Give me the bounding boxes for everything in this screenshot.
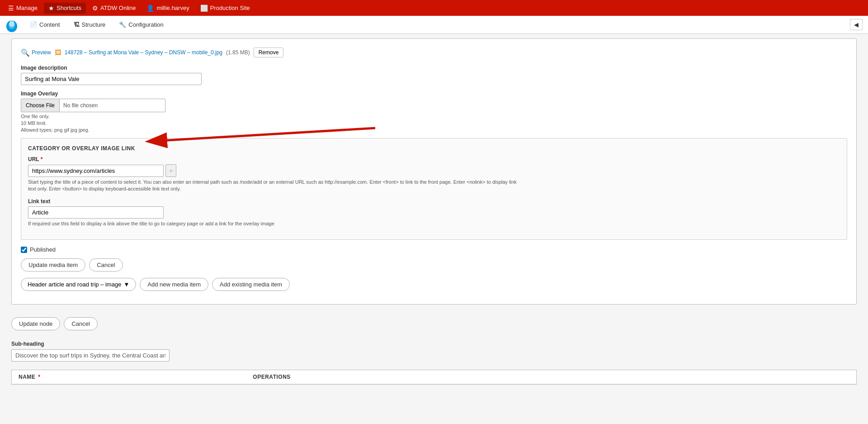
no-file-text: No file chosen xyxy=(60,100,101,111)
image-description-label: Image description xyxy=(21,65,847,71)
url-autocomplete-btn[interactable]: ○ xyxy=(165,164,176,177)
production-menu-item[interactable]: ⬜ Production Site xyxy=(196,3,255,14)
gear-icon: ⚙ xyxy=(92,5,98,12)
content-label: Content xyxy=(39,21,60,28)
url-field-group: URL * ○ Start typing the title of a piec… xyxy=(28,156,840,193)
url-required-star: * xyxy=(41,156,43,162)
add-existing-media-button[interactable]: Add existing media item xyxy=(212,278,290,291)
user-icon: 👤 xyxy=(146,5,154,12)
user-label: millie.harvey xyxy=(156,5,189,11)
file-hint-1: One file only. xyxy=(21,114,847,119)
atdw-menu-item[interactable]: ⚙ ATDW Online xyxy=(88,3,141,14)
sidebar-toggle[interactable]: ◀ xyxy=(850,19,863,30)
subheading-section: Sub-heading xyxy=(0,336,868,366)
author-header: NAME * OPERATIONS xyxy=(12,370,856,384)
link-text-input[interactable] xyxy=(28,206,164,219)
production-label: Production Site xyxy=(210,5,250,11)
image-overlay-group: Image Overlay Choose File No file chosen… xyxy=(21,91,847,133)
outer-form-box: 🔍 Preview 🖼 148728 – Surfing at Mona Val… xyxy=(11,38,857,305)
configuration-icon: 🔧 xyxy=(119,21,126,28)
file-hint-3: Allowed types: png gif jpg jpeg. xyxy=(21,127,847,133)
header-article-dropdown[interactable]: Header article and road trip – image ▼ xyxy=(21,278,136,291)
configuration-label: Configuration xyxy=(128,21,163,28)
file-link[interactable]: 148728 – Surfing at Mona Vale – Sydney –… xyxy=(65,49,222,56)
media-selector-row: Header article and road trip – image ▼ A… xyxy=(21,278,847,291)
image-overlay-label: Image Overlay xyxy=(21,91,847,97)
url-input[interactable] xyxy=(28,165,164,177)
url-row: ○ xyxy=(28,164,840,177)
media-action-buttons: Update media item Cancel xyxy=(21,258,847,272)
link-text-group: Link text If required use this field to … xyxy=(28,198,840,227)
manage-label: Manage xyxy=(16,5,38,11)
url-hint: Start typing the title of a piece of con… xyxy=(28,179,525,193)
cancel-node-button[interactable]: Cancel xyxy=(64,317,97,330)
update-node-button[interactable]: Update node xyxy=(11,317,60,330)
topbar: ☰ Manage ★ Shortcuts ⚙ ATDW Online 👤 mil… xyxy=(0,0,868,16)
configuration-nav-item[interactable]: 🔧 Configuration xyxy=(113,18,170,32)
sidebar-toggle-icon: ◀ xyxy=(854,21,859,28)
author-section: NAME * OPERATIONS xyxy=(11,370,857,385)
image-description-input[interactable] xyxy=(21,73,202,85)
drupal-logo xyxy=(5,17,18,33)
shortcuts-menu-item[interactable]: ★ Shortcuts xyxy=(44,3,86,14)
link-text-label: Link text xyxy=(28,198,840,205)
header-article-label: Header article and road trip – image xyxy=(28,281,121,288)
manage-menu-item[interactable]: ☰ Manage xyxy=(4,3,42,14)
published-row: Published xyxy=(21,246,847,253)
file-name: 148728 – Surfing at Mona Vale – Sydney –… xyxy=(65,49,222,56)
preview-label: Preview xyxy=(32,49,51,56)
dropdown-chevron-icon: ▼ xyxy=(123,281,129,288)
content-icon: 📄 xyxy=(30,21,37,28)
published-label: Published xyxy=(30,246,56,253)
shortcuts-label: Shortcuts xyxy=(57,5,81,11)
update-media-button[interactable]: Update media item xyxy=(21,258,85,272)
content-nav-item[interactable]: 📄 Content xyxy=(24,18,66,32)
link-text-hint: If required use this field to display a … xyxy=(28,220,525,227)
node-action-row: Update node Cancel xyxy=(0,309,868,336)
magnifier-icon: 🔍 xyxy=(21,48,30,57)
structure-icon: 🏗 xyxy=(74,21,80,28)
add-new-media-button[interactable]: Add new media item xyxy=(140,278,208,291)
structure-nav-item[interactable]: 🏗 Structure xyxy=(67,18,112,32)
secondbar: 📄 Content 🏗 Structure 🔧 Configuration ◀ xyxy=(0,16,868,34)
url-label: URL * xyxy=(28,156,840,162)
node-buttons: Update node Cancel xyxy=(11,313,857,333)
remove-button[interactable]: Remove xyxy=(254,48,284,57)
category-box: CATEGORY OR OVERLAY IMAGE LINK URL * ○ S… xyxy=(21,138,847,240)
author-operations-col: OPERATIONS xyxy=(253,374,290,380)
published-checkbox[interactable] xyxy=(21,247,27,253)
subheading-label: Sub-heading xyxy=(11,341,857,347)
author-name-col: NAME * xyxy=(19,374,40,380)
image-description-group: Image description xyxy=(21,65,847,85)
category-box-title: CATEGORY OR OVERLAY IMAGE LINK xyxy=(28,145,840,152)
file-size: (1.85 MB) xyxy=(226,49,250,56)
file-preview-row: 🔍 Preview 🖼 148728 – Surfing at Mona Val… xyxy=(21,46,847,59)
author-required-star: * xyxy=(38,374,40,380)
file-input-row: Choose File No file chosen xyxy=(21,99,165,112)
external-link-icon: ⬜ xyxy=(200,5,208,12)
subheading-input[interactable] xyxy=(11,349,170,362)
atdw-label: ATDW Online xyxy=(100,5,136,11)
main-content: 🔍 Preview 🖼 148728 – Surfing at Mona Val… xyxy=(0,34,868,424)
preview-link[interactable]: 🔍 Preview xyxy=(21,48,51,57)
hamburger-icon: ☰ xyxy=(8,5,14,12)
file-hint-2: 10 MB limit. xyxy=(21,120,847,126)
file-icon: 🖼 xyxy=(55,49,61,56)
star-icon: ★ xyxy=(48,5,54,12)
structure-label: Structure xyxy=(82,21,106,28)
cancel-media-button[interactable]: Cancel xyxy=(89,258,123,272)
choose-file-button[interactable]: Choose File xyxy=(21,99,60,112)
user-menu-item[interactable]: 👤 millie.harvey xyxy=(142,3,193,14)
